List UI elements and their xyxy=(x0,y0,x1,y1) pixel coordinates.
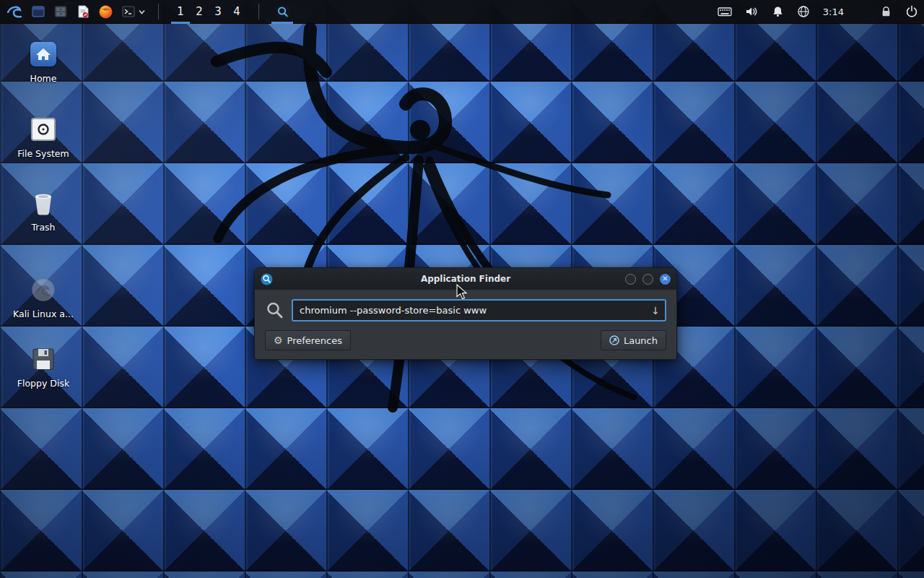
desktop-icon-file-system[interactable]: File System xyxy=(9,116,78,159)
home-icon xyxy=(30,42,56,66)
clock[interactable]: 3:14 xyxy=(823,7,844,17)
workspace-switcher: 1 2 3 4 xyxy=(171,0,246,24)
titlebar[interactable]: Application Finder ✕ xyxy=(255,268,676,290)
workspace-3[interactable]: 3 xyxy=(209,0,227,24)
floppy-disk-icon xyxy=(31,347,56,371)
preferences-label: Preferences xyxy=(287,335,342,346)
workspace-3-label: 3 xyxy=(214,5,222,18)
maximize-button[interactable] xyxy=(642,274,653,285)
launch-button[interactable]: Launch xyxy=(601,330,666,350)
minimize-button[interactable] xyxy=(625,274,636,285)
appfinder-taskbar-button[interactable] xyxy=(271,0,293,24)
window-launcher-button[interactable] xyxy=(31,0,45,24)
top-panel: 1 2 3 4 xyxy=(0,0,924,24)
chevron-down-icon[interactable] xyxy=(138,8,146,16)
window-icon xyxy=(31,4,45,19)
panel-separator xyxy=(158,4,159,20)
workspace-2[interactable]: 2 xyxy=(190,0,209,24)
workspace-1[interactable]: 1 xyxy=(171,0,190,24)
panel-separator xyxy=(258,4,259,20)
close-icon: ✕ xyxy=(662,275,668,282)
file-manager-button[interactable] xyxy=(53,0,68,24)
appfinder-icon xyxy=(275,4,290,20)
desktop-icon-label: File System xyxy=(17,148,69,159)
terminal-launcher-button[interactable] xyxy=(121,0,146,24)
firefox-icon xyxy=(98,4,113,20)
gear-icon: ⚙ xyxy=(274,335,283,345)
file-system-icon xyxy=(31,118,56,141)
workspace-4[interactable]: 4 xyxy=(227,0,246,24)
desktop-icon-label: Trash xyxy=(31,222,55,233)
kali-linux-icon xyxy=(30,277,56,303)
search-field: ↓ xyxy=(292,299,666,322)
terminal-icon xyxy=(121,4,136,19)
appfinder-window-icon xyxy=(261,273,273,285)
file-manager-icon xyxy=(53,4,68,19)
launch-icon xyxy=(609,335,619,345)
application-finder-window: Application Finder ✕ ↓ ⚙ Preferences xyxy=(254,267,677,360)
desktop-icon-trash[interactable]: Trash xyxy=(9,189,78,233)
workspace-1-label: 1 xyxy=(177,5,184,18)
desktop-icon-home[interactable]: Home xyxy=(9,40,78,84)
network-globe-icon[interactable] xyxy=(797,5,810,18)
desktop-icon-label: Kali Linux a... xyxy=(13,309,74,319)
screen-lock-icon[interactable] xyxy=(880,5,892,18)
keyboard-icon[interactable] xyxy=(718,5,732,18)
search-input[interactable] xyxy=(293,305,665,316)
text-editor-button[interactable] xyxy=(76,0,90,24)
workspace-2-label: 2 xyxy=(196,5,203,18)
launch-label: Launch xyxy=(624,335,658,346)
desktop-icon-floppy-disk[interactable]: Floppy Disk xyxy=(9,345,78,389)
history-dropdown-icon[interactable]: ↓ xyxy=(651,305,660,316)
search-icon xyxy=(265,301,284,320)
desktop-icon-label: Home xyxy=(30,73,57,84)
workspace-4-label: 4 xyxy=(233,5,240,18)
notifications-bell-icon[interactable] xyxy=(772,5,784,18)
trash-icon xyxy=(31,190,56,216)
close-button[interactable]: ✕ xyxy=(660,274,671,285)
preferences-button[interactable]: ⚙ Preferences xyxy=(265,330,351,350)
desktop-icon-kali-linux[interactable]: Kali Linux a... xyxy=(9,276,78,319)
desktop-icon-label: Floppy Disk xyxy=(17,378,69,389)
window-title: Application Finder xyxy=(255,274,676,284)
logout-power-icon[interactable] xyxy=(905,5,918,18)
text-editor-icon xyxy=(76,4,90,19)
kali-logo-icon xyxy=(6,3,23,20)
finder-body: ↓ ⚙ Preferences Launch xyxy=(255,290,676,359)
kali-menu-button[interactable] xyxy=(6,0,23,24)
firefox-button[interactable] xyxy=(98,0,113,24)
volume-icon[interactable] xyxy=(745,5,759,18)
